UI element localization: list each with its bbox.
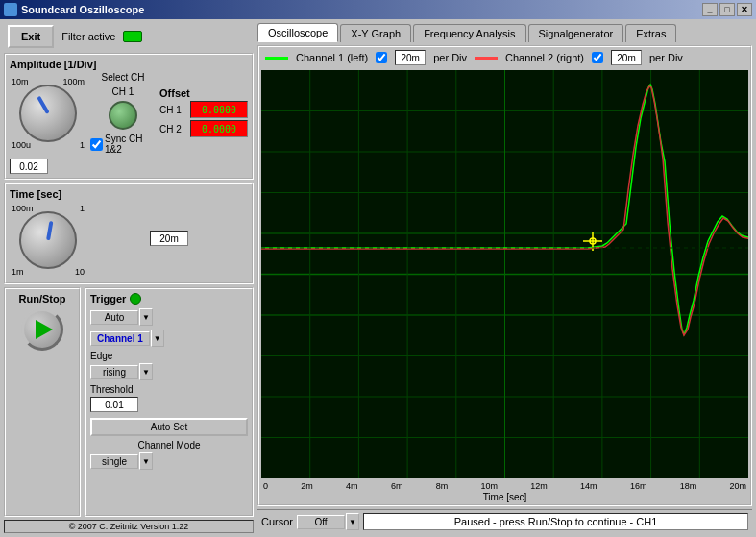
minimize-button[interactable]: _	[702, 3, 718, 16]
time-label-12m: 12m	[530, 481, 548, 491]
maximize-button[interactable]: □	[719, 3, 735, 16]
amplitude-panel: Amplitude [1/Div] 10m 100m 100u 1 Select…	[4, 53, 254, 180]
trigger-led	[130, 293, 141, 305]
time-knob-indicator	[46, 221, 53, 240]
offset-title: Offset	[159, 87, 248, 99]
trigger-header: Trigger	[90, 293, 248, 305]
ch1-checkbox[interactable]	[376, 52, 387, 63]
time-label-14m: 14m	[580, 481, 597, 491]
ch1-per-div-input[interactable]	[395, 50, 426, 65]
threshold-input[interactable]	[90, 397, 138, 412]
knob-label-tr: 100m	[62, 77, 85, 86]
filter-led	[123, 31, 142, 42]
tab-bar: Oscilloscope X-Y Graph Frequency Analysi…	[257, 23, 752, 42]
copyright-bar: © 2007 C. Zeitnitz Version 1.22	[4, 520, 254, 533]
time-label-0: 0	[263, 481, 268, 491]
time-label-16m: 16m	[630, 481, 647, 491]
cursor-label: Cursor	[261, 516, 293, 527]
close-button[interactable]: ✕	[737, 3, 752, 16]
single-button[interactable]: single	[90, 454, 138, 469]
sync-label: Sync CH 1&2	[105, 134, 156, 155]
status-message: Paused - press Run/Stop to continue - CH…	[363, 513, 748, 530]
time-knob[interactable]	[19, 211, 77, 269]
time-axis: 0 2m 4m 6m 8m 10m 12m 14m 16m 18m 20m	[259, 480, 750, 492]
tab-xy-graph[interactable]: X-Y Graph	[340, 24, 411, 42]
top-controls: Exit Filter active	[4, 23, 254, 50]
app-title: Soundcard Oszilloscope	[21, 4, 144, 15]
cursor-off-button[interactable]: Off	[297, 515, 345, 529]
edge-label: Edge	[90, 351, 248, 361]
single-dropdown-arrow[interactable]: ▼	[139, 452, 153, 470]
sync-checkbox[interactable]	[90, 138, 103, 151]
channel-dropdown: Channel 1 ▼	[90, 330, 248, 347]
trigger-panel: Trigger Auto ▼ Channel 1 ▼ Edge	[85, 287, 254, 517]
scope-screen	[261, 70, 748, 478]
play-icon	[36, 320, 53, 339]
window-controls: _ □ ✕	[702, 3, 752, 16]
auto-dropdown: Auto ▼	[90, 308, 248, 326]
copyright-text: © 2007 C. Zeitnitz Version 1.22	[69, 522, 189, 531]
time-axis-title: Time [sec]	[259, 492, 750, 504]
select-ch-area: Select CH CH 1 Sync CH 1&2	[90, 72, 156, 155]
time-inner: 100m 1 1m 10	[10, 202, 248, 279]
time-title: Time [sec]	[10, 188, 248, 200]
trigger-auto-row: Auto ▼	[90, 308, 248, 326]
scope-channel-bar: Channel 1 (left) per Div Channel 2 (righ…	[259, 47, 750, 68]
cursor-area: Cursor Off ▼	[261, 513, 359, 530]
status-bar: Cursor Off ▼ Paused - press Run/Stop to …	[257, 509, 752, 533]
amplitude-bottom	[10, 159, 248, 174]
auto-set-button[interactable]: Auto Set	[90, 418, 248, 436]
time-label-6m: 6m	[391, 481, 403, 491]
ch2-offset-input[interactable]	[190, 120, 248, 137]
ch2-checkbox[interactable]	[592, 52, 603, 63]
amp-small-input[interactable]	[10, 159, 48, 174]
time-panel: Time [sec] 100m 1 1m 10	[4, 183, 254, 284]
auto-button[interactable]: Auto	[90, 310, 138, 325]
cursor-dropdown-arrow[interactable]: ▼	[346, 513, 359, 530]
app-icon	[4, 3, 17, 16]
time-knob-area: 100m 1 1m 10	[10, 202, 86, 279]
offset-area: Offset CH 1 CH 2	[159, 87, 248, 139]
ch1-label: CH 1	[112, 86, 134, 97]
main-container: Exit Filter active Amplitude [1/Div] 10m…	[0, 19, 756, 537]
bottom-left: Run/Stop Trigger Auto ▼	[4, 287, 254, 517]
amplitude-title: Amplitude [1/Div]	[10, 59, 248, 70]
ch2-line-indicator	[475, 57, 498, 60]
time-small-input[interactable]	[150, 231, 188, 246]
ch1-per-div-label: per Div	[433, 52, 467, 63]
time-knob-label-tl: 100m	[12, 204, 34, 213]
rising-dropdown: rising ▼	[90, 363, 248, 380]
exit-button[interactable]: Exit	[8, 25, 54, 48]
auto-dropdown-arrow[interactable]: ▼	[139, 308, 153, 326]
knob-indicator	[37, 96, 49, 114]
trigger-title: Trigger	[90, 293, 126, 305]
rising-button[interactable]: rising	[90, 365, 138, 379]
run-stop-button[interactable]	[21, 308, 63, 351]
knob-label-bl: 100u	[12, 140, 31, 150]
title-bar: Soundcard Oszilloscope _ □ ✕	[0, 0, 756, 19]
channel-dropdown-arrow[interactable]: ▼	[151, 330, 164, 347]
rising-dropdown-arrow[interactable]: ▼	[139, 363, 153, 380]
ch2-offset-label: CH 2	[159, 124, 186, 134]
ch2-offset-row: CH 2	[159, 120, 248, 137]
time-label-2m: 2m	[301, 481, 313, 491]
amplitude-knob[interactable]	[19, 85, 77, 142]
tab-frequency-analysis[interactable]: Frequency Analysis	[413, 24, 525, 42]
time-knob-label-br: 10	[75, 267, 85, 277]
ch2-per-div-input[interactable]	[611, 50, 642, 65]
scope-svg	[261, 70, 748, 478]
ch-selector[interactable]	[109, 101, 137, 130]
tab-signal-generator[interactable]: Signalgenerator	[528, 24, 624, 42]
time-label-4m: 4m	[346, 481, 358, 491]
channel-button[interactable]: Channel 1	[90, 331, 150, 346]
ch2-channel-label: Channel 2 (right)	[505, 52, 584, 63]
tab-extras[interactable]: Extras	[625, 24, 676, 42]
ch2-per-div-label: per Div	[649, 52, 683, 63]
knob-label-br: 1	[80, 140, 85, 150]
tab-oscilloscope[interactable]: Oscilloscope	[257, 23, 338, 42]
channel-mode-area: Channel Mode single ▼	[90, 440, 248, 470]
sync-checkbox-row: Sync CH 1&2	[90, 134, 156, 155]
channel-mode-dropdown: single ▼	[90, 452, 248, 470]
scope-area: Channel 1 (left) per Div Channel 2 (righ…	[257, 45, 752, 506]
ch1-offset-input[interactable]	[190, 101, 248, 118]
